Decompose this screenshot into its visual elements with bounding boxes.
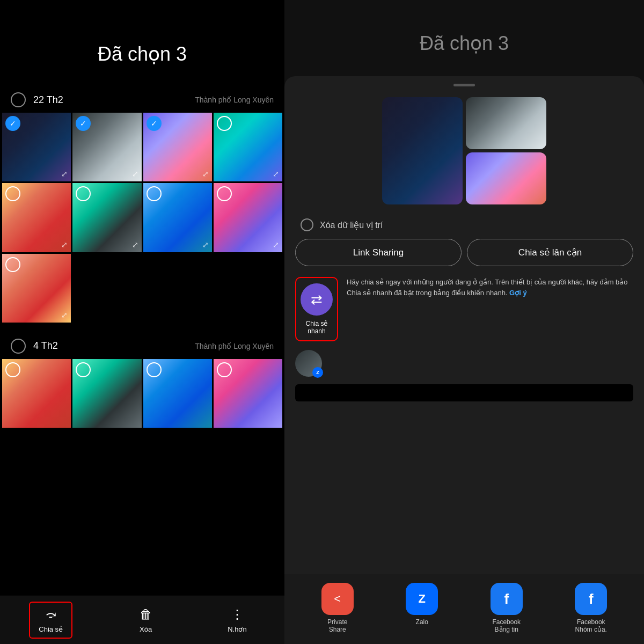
quick-share-row: ⇄ Chia sẻ nhanh Hãy chia sẻ ngay với nhữ… (284, 277, 644, 350)
left-panel: Đã chọn 3 22 Th2 Thành phố Long Xuyên ✓ … (0, 0, 284, 644)
photo-cell-8[interactable]: ⤢ (214, 183, 282, 252)
location-label-2: Thành phố Long Xuyên (195, 342, 274, 350)
preview-small-1 (466, 97, 546, 149)
check-3[interactable]: ✓ (147, 116, 162, 131)
check-4[interactable] (217, 116, 232, 131)
photo-cell-5[interactable]: ⤢ (2, 183, 71, 252)
check-7[interactable] (147, 186, 162, 201)
preview-small-2 (466, 152, 546, 204)
share-sheet: Xóa dữ liệu vị trí Link Sharing Chia sẻ … (284, 76, 644, 644)
date-checkbox-1[interactable] (11, 92, 26, 107)
expand-icon-4: ⤢ (273, 170, 279, 178)
facebook-news-glyph: f (504, 591, 509, 608)
more-label: N.hơn (228, 625, 246, 633)
app-private-share[interactable]: < PrivateShare (321, 583, 354, 633)
zalo-contact[interactable]: Z (295, 350, 322, 377)
photo-cell-13[interactable] (214, 359, 282, 428)
facebook-group-label: FacebookNhóm của. (575, 618, 607, 633)
hint-link[interactable]: Gợi ý (509, 289, 527, 297)
expand-icon-7: ⤢ (202, 240, 209, 249)
photo-grid-2 (0, 359, 284, 428)
location-checkbox[interactable] (301, 218, 313, 231)
link-sharing-button[interactable]: Link Sharing (295, 239, 462, 266)
share-button[interactable]: ⤼ Chia sẻ (29, 602, 72, 639)
delete-button[interactable]: 🗑 Xóa (131, 603, 161, 638)
check-10[interactable] (5, 362, 20, 377)
expand-icon-2: ⤢ (132, 170, 138, 178)
facebook-group-icon: f (575, 583, 607, 615)
quick-share-text: Hãy chia sẻ ngay với những người đang ở … (347, 278, 628, 297)
quick-share-circle: ⇄ (301, 283, 333, 316)
check-1[interactable]: ✓ (5, 116, 20, 131)
sheet-handle[interactable] (453, 84, 475, 86)
app-facebook-news[interactable]: f FacebookBảng tin (491, 583, 523, 633)
quick-share-icon-wrapper[interactable]: ⇄ Chia sẻ nhanh (295, 277, 338, 341)
right-panel: Đã chọn 3 Xóa dữ liệu vị trí Link (284, 0, 644, 644)
delete-label: Xóa (140, 625, 152, 633)
location-option-label: Xóa dữ liệu vị trí (320, 220, 383, 230)
check-11[interactable] (76, 362, 91, 377)
photo-cell-6[interactable]: ⤢ (72, 183, 141, 252)
bottom-app-row: < PrivateShare Z Zalo f FacebookBảng tin… (284, 574, 644, 644)
app-facebook-group[interactable]: f FacebookNhóm của. (575, 583, 607, 633)
date-row-1: 22 Th2 Thành phố Long Xuyên (0, 87, 284, 113)
check-9[interactable] (5, 257, 20, 272)
quick-share-icon-glyph: ⇄ (311, 291, 323, 308)
date-label-1: 22 Th2 (33, 94, 63, 106)
photo-cell-12[interactable] (143, 359, 212, 428)
quick-share-label: Chia sẻ nhanh (296, 320, 337, 335)
location-label-1: Thành phố Long Xuyên (195, 96, 274, 104)
date-label-2: 4 Th2 (33, 340, 58, 352)
more-icon: ⋮ (231, 607, 244, 622)
expand-icon-5: ⤢ (61, 240, 68, 249)
app-zalo[interactable]: Z Zalo (406, 583, 438, 633)
check-8[interactable] (217, 186, 232, 201)
check-12[interactable] (147, 362, 162, 377)
facebook-news-icon: f (491, 583, 523, 615)
black-bar (295, 384, 633, 401)
more-button[interactable]: ⋮ N.hơn (219, 603, 255, 638)
zalo-app-icon: Z (406, 583, 438, 615)
photo-cell-2[interactable]: ✓ ⤢ (72, 113, 141, 181)
share-label: Chia sẻ (39, 625, 63, 633)
sharing-buttons: Link Sharing Chia sẻ lân cận (284, 239, 644, 277)
photo-row-single: ⤢ (0, 254, 284, 323)
check-13[interactable] (217, 362, 232, 377)
zalo-glyph: Z (419, 592, 426, 606)
facebook-news-label: FacebookBảng tin (492, 618, 521, 633)
private-share-icon: < (321, 583, 354, 615)
delete-icon: 🗑 (140, 607, 152, 622)
private-share-glyph: < (334, 592, 341, 606)
right-title: Đã chọn 3 (284, 0, 644, 71)
bottom-toolbar: ⤼ Chia sẻ 🗑 Xóa ⋮ N.hơn (0, 596, 284, 644)
photo-grid-1: ✓ ⤢ ✓ ⤢ ✓ ⤢ ⤢ ⤢ ⤢ (0, 113, 284, 252)
expand-icon-9: ⤢ (61, 311, 68, 319)
zalo-badge: Z (312, 367, 323, 378)
photo-cell-4[interactable]: ⤢ (214, 113, 282, 181)
nearby-share-button[interactable]: Chia sẻ lân cận (467, 239, 633, 266)
quick-share-desc: Hãy chia sẻ ngay với những người đang ở … (347, 277, 633, 298)
preview-small-col (466, 97, 546, 204)
left-title: Đã chọn 3 (0, 0, 284, 87)
zalo-app-label: Zalo (416, 618, 428, 626)
private-share-label: PrivateShare (327, 618, 347, 633)
facebook-group-glyph: f (589, 591, 594, 608)
photo-cell-9[interactable]: ⤢ (2, 254, 71, 323)
preview-images (284, 92, 644, 215)
date-row-2: 4 Th2 Thành phố Long Xuyên (0, 333, 284, 359)
photo-cell-11[interactable] (72, 359, 141, 428)
photo-cell-1[interactable]: ✓ ⤢ (2, 113, 71, 181)
zalo-row: Z (284, 350, 644, 382)
expand-icon-1: ⤢ (61, 170, 68, 178)
expand-icon-3: ⤢ (202, 170, 209, 178)
preview-large (382, 97, 463, 204)
date-checkbox-2[interactable] (11, 339, 26, 354)
photo-cell-7[interactable]: ⤢ (143, 183, 212, 252)
photo-cell-10[interactable] (2, 359, 71, 428)
location-option-row[interactable]: Xóa dữ liệu vị trí (284, 215, 644, 239)
expand-icon-6: ⤢ (132, 240, 138, 249)
share-icon: ⤼ (46, 607, 56, 622)
expand-icon-8: ⤢ (273, 240, 279, 249)
photo-cell-3[interactable]: ✓ ⤢ (143, 113, 212, 181)
